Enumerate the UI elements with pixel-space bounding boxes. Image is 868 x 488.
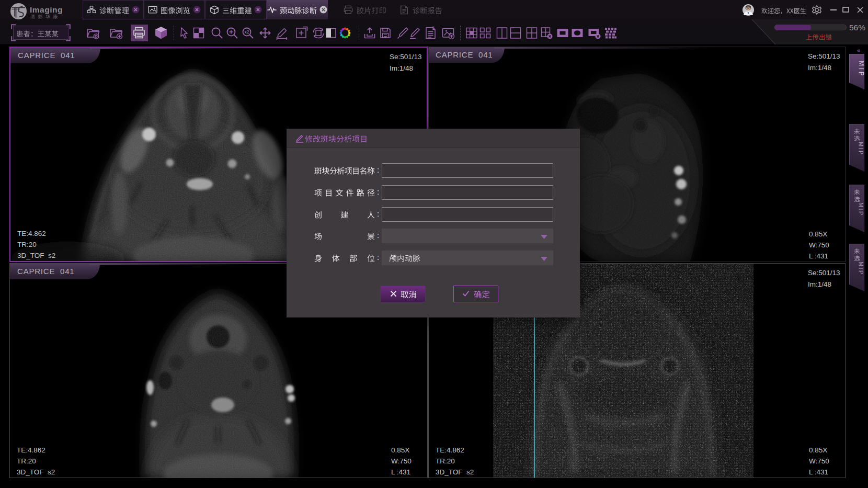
svg-text:x2: x2 xyxy=(245,29,249,35)
